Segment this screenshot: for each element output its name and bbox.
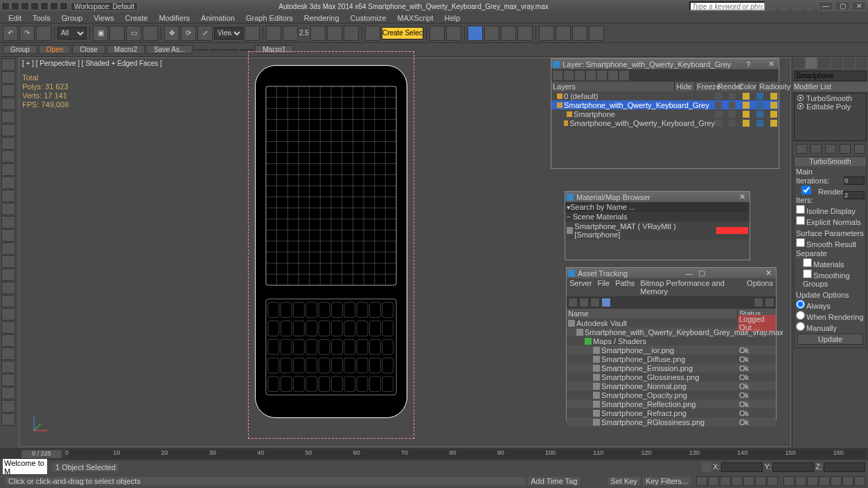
layers-button[interactable] bbox=[468, 26, 483, 41]
left-tool-13[interactable] bbox=[1, 229, 15, 242]
motion-tab[interactable] bbox=[831, 57, 843, 69]
rollout-header[interactable]: TurboSmooth bbox=[795, 157, 866, 166]
freeze-toggle[interactable] bbox=[729, 120, 736, 127]
render-toggle[interactable] bbox=[743, 93, 750, 100]
macro-btn7[interactable] bbox=[224, 49, 238, 51]
macro-btn5[interactable] bbox=[194, 49, 208, 51]
viewport-label[interactable]: [ + ] [ Perspective ] [ Shaded + Edged F… bbox=[22, 60, 162, 67]
left-tool-8[interactable] bbox=[1, 163, 15, 176]
add-time-tag-button[interactable]: Add Time Tag bbox=[528, 477, 580, 485]
delete-layer-button[interactable] bbox=[564, 71, 574, 80]
minimize-button[interactable]: — bbox=[818, 1, 833, 11]
left-tool-1[interactable] bbox=[1, 71, 15, 84]
asset-max-button[interactable]: ▢ bbox=[696, 269, 708, 278]
material-browser-panel[interactable]: Material/Map Browser✕ ▾ Search by Name .… bbox=[565, 191, 750, 260]
zoom-button[interactable] bbox=[795, 476, 806, 486]
left-tool-17[interactable] bbox=[1, 282, 15, 294]
layer-help-button[interactable]: ? bbox=[743, 60, 753, 69]
menu-modifiers[interactable]: Modifiers bbox=[153, 14, 195, 22]
asset-menu-server[interactable]: Server bbox=[569, 279, 592, 296]
zoom-all-button[interactable] bbox=[807, 476, 818, 486]
asset-tree-button[interactable] bbox=[579, 298, 589, 307]
close-button[interactable]: ✕ bbox=[851, 1, 867, 11]
left-tool-16[interactable] bbox=[1, 269, 15, 281]
help-icon[interactable] bbox=[804, 1, 814, 11]
left-tool-21[interactable] bbox=[1, 334, 15, 347]
layer-col-layers[interactable]: Layers bbox=[551, 82, 675, 91]
asset-row[interactable]: Smartphone_Glossiness.pngOk bbox=[567, 372, 776, 381]
smooth-result-checkbox[interactable] bbox=[796, 238, 805, 247]
left-tool-11[interactable] bbox=[1, 203, 15, 215]
timeline[interactable]: 0 / 225 01020304050607080901001101201301… bbox=[0, 448, 868, 460]
left-tool-4[interactable] bbox=[1, 111, 15, 123]
select-button[interactable]: ▣ bbox=[93, 26, 108, 41]
render-toggle[interactable] bbox=[743, 120, 750, 127]
render-frame-button[interactable] bbox=[556, 26, 571, 41]
named-selection-dropdown[interactable] bbox=[382, 27, 423, 39]
macro-btn8[interactable] bbox=[240, 49, 254, 51]
utilities-tab[interactable] bbox=[856, 57, 868, 69]
macro-group[interactable]: Group bbox=[3, 45, 37, 54]
layer-row[interactable]: 0 (default) bbox=[551, 91, 779, 100]
favorites-icon[interactable] bbox=[792, 1, 801, 11]
modifier-stack[interactable]: ⦿ TurboSmooth⦿ Editable Poly bbox=[794, 93, 867, 141]
hide-toggle[interactable] bbox=[715, 102, 722, 109]
asset-row[interactable]: Smartphone_Emission.pngOk bbox=[567, 363, 776, 372]
modifier-item[interactable]: ⦿ Editable Poly bbox=[795, 102, 865, 111]
layer-row[interactable]: Smartphone_with_Qwerty_Keyboard_Grey bbox=[551, 118, 779, 127]
left-tool-23[interactable] bbox=[1, 361, 15, 373]
layer-col-render[interactable]: Render bbox=[716, 82, 737, 91]
snap-spinner[interactable]: 2.5 bbox=[299, 29, 309, 37]
select-layer-button[interactable] bbox=[586, 71, 596, 80]
new-layer-button[interactable] bbox=[553, 71, 563, 80]
asset-row[interactable]: Smartphone_RGlossiness.pngOk bbox=[567, 417, 776, 426]
move-button[interactable]: ✥ bbox=[164, 26, 179, 41]
asset-row[interactable]: Smartphone__ior.pngOk bbox=[567, 345, 776, 354]
asset-view-button[interactable] bbox=[601, 298, 611, 307]
color-swatch[interactable] bbox=[756, 120, 763, 127]
hide-toggle[interactable] bbox=[715, 111, 722, 118]
color-swatch[interactable] bbox=[756, 93, 763, 100]
link-icon[interactable] bbox=[60, 2, 68, 10]
redo-icon[interactable] bbox=[50, 2, 58, 10]
radiosity-toggle[interactable] bbox=[770, 120, 777, 127]
configure-button[interactable] bbox=[854, 144, 865, 154]
next-frame-button[interactable] bbox=[732, 476, 743, 486]
curve-editor-button[interactable] bbox=[484, 26, 499, 41]
time-config-button[interactable] bbox=[767, 476, 778, 486]
material-item[interactable]: Smartphone_MAT ( VRayMtl ) [Smartphone] bbox=[565, 222, 750, 240]
color-swatch[interactable] bbox=[756, 102, 763, 109]
radiosity-toggle[interactable] bbox=[770, 111, 777, 118]
create-tab[interactable] bbox=[792, 57, 805, 69]
hide-toggle[interactable] bbox=[715, 93, 722, 100]
mat-close-button[interactable]: ✕ bbox=[736, 192, 748, 201]
mirror-button[interactable] bbox=[429, 26, 445, 41]
keyboard-button[interactable] bbox=[283, 26, 298, 41]
menu-animation[interactable]: Animation bbox=[195, 14, 240, 22]
asset-min-button[interactable]: — bbox=[682, 269, 696, 278]
pin-stack-button[interactable] bbox=[796, 144, 807, 154]
asset-row[interactable]: Smartphone_Refract.pngOk bbox=[567, 408, 776, 417]
menu-views[interactable]: Views bbox=[88, 14, 119, 22]
asset-row[interactable]: Smartphone_Normal.pngOk bbox=[567, 381, 776, 390]
hide-toggle[interactable] bbox=[715, 120, 722, 127]
modifier-list-dropdown[interactable]: Modifier List bbox=[792, 82, 868, 91]
left-tool-15[interactable] bbox=[1, 255, 15, 268]
display-tab[interactable] bbox=[843, 57, 856, 69]
color-swatch[interactable] bbox=[756, 111, 763, 118]
named-sel-icon[interactable] bbox=[365, 26, 380, 41]
when-rendering-radio[interactable] bbox=[796, 311, 805, 320]
isoline-checkbox[interactable] bbox=[796, 205, 805, 214]
macro-close[interactable]: Close bbox=[72, 45, 105, 54]
ref-coord-dropdown[interactable]: View bbox=[214, 27, 243, 39]
layer-close-button[interactable]: ✕ bbox=[765, 60, 777, 69]
set-key-button[interactable]: Set Key bbox=[608, 477, 640, 485]
freeze-unfreeze-button[interactable] bbox=[619, 71, 629, 80]
key-filters-button[interactable]: Key Filters... bbox=[643, 477, 691, 485]
pivot-button[interactable] bbox=[245, 26, 260, 41]
asset-status-button[interactable] bbox=[754, 298, 763, 307]
goto-end-button[interactable] bbox=[743, 476, 754, 486]
asset-row[interactable]: Smartphone_with_Qwerty_Keyboard_Grey_max… bbox=[567, 327, 776, 336]
left-tool-2[interactable] bbox=[1, 84, 15, 97]
spinner-snap-button[interactable] bbox=[344, 26, 359, 41]
